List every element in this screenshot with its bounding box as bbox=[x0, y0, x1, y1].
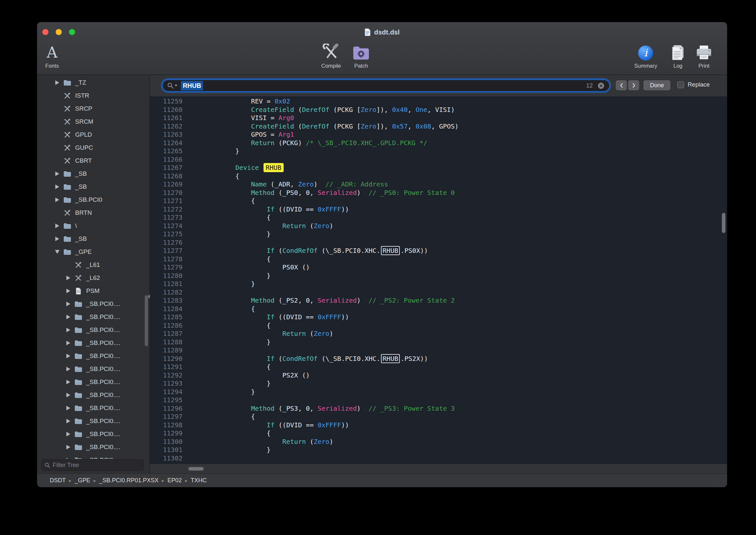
tree-item[interactable]: _SB.PCI0.... bbox=[37, 376, 149, 388]
tree-item[interactable]: PSM bbox=[37, 284, 149, 297]
print-button[interactable]: Print bbox=[695, 42, 713, 69]
minimize-window-button[interactable] bbox=[56, 29, 62, 35]
disclosure-triangle[interactable] bbox=[52, 182, 63, 192]
code-line: 11286 { bbox=[150, 322, 727, 330]
tree-item[interactable]: _L61 bbox=[37, 258, 149, 271]
replace-checkbox[interactable] bbox=[677, 81, 684, 88]
tree-item[interactable]: _SB.PCI0.... bbox=[37, 441, 149, 454]
tree-item[interactable]: \ bbox=[37, 219, 149, 232]
line-number: 11293 bbox=[150, 380, 182, 388]
tree-item[interactable]: _SB.PCI0.... bbox=[37, 402, 149, 415]
tree-item[interactable]: _SB bbox=[37, 180, 149, 193]
disclosure-triangle[interactable] bbox=[63, 429, 73, 439]
code-line: 11280 } bbox=[150, 272, 727, 280]
disclosure-triangle[interactable] bbox=[63, 325, 73, 335]
disclosure-triangle[interactable] bbox=[63, 286, 73, 296]
disclosure-triangle[interactable] bbox=[63, 377, 73, 387]
tree-item[interactable]: _SB.PCI0.... bbox=[37, 428, 149, 441]
statusbar: DSDT▸_GPE▸_SB.PCI0.RP01.PXSX▸EP02▸TXHC bbox=[37, 473, 727, 487]
disclosure-triangle[interactable] bbox=[63, 390, 73, 400]
compile-tools-icon bbox=[323, 42, 339, 61]
tree-item-label: _SB bbox=[75, 183, 87, 190]
breadcrumb-item[interactable]: TXHC bbox=[191, 477, 206, 484]
tree-item[interactable]: SRCP bbox=[37, 102, 149, 115]
tree-item[interactable]: _SB.PCI0.... bbox=[37, 388, 149, 402]
disclosure-triangle[interactable] bbox=[63, 416, 73, 426]
tree-item[interactable]: CBRT bbox=[37, 154, 149, 167]
disclosure-triangle[interactable] bbox=[52, 195, 63, 205]
line-number: 11277 bbox=[150, 247, 182, 255]
breadcrumb-item[interactable]: _SB.PCI0.RP01.PXSX bbox=[99, 477, 158, 484]
find-previous-button[interactable] bbox=[616, 80, 627, 91]
chevron-left-icon bbox=[620, 83, 623, 88]
code-line: 11294 } bbox=[150, 388, 727, 396]
disclosure-triangle[interactable] bbox=[63, 273, 73, 283]
navigation-tree: _TZ ISTR SRCP SRCM GPLD bbox=[37, 76, 149, 459]
disclosure-triangle[interactable] bbox=[63, 455, 73, 459]
disclosure-triangle[interactable] bbox=[63, 442, 73, 452]
tree-item-label: _SB.PCI0.... bbox=[86, 417, 121, 425]
patch-button[interactable]: Patch bbox=[352, 42, 370, 69]
compile-button[interactable]: Compile bbox=[321, 42, 341, 69]
tree-item[interactable]: SRCM bbox=[37, 115, 149, 128]
disclosure-triangle[interactable] bbox=[52, 169, 63, 179]
search-options-chevron-icon[interactable] bbox=[175, 85, 177, 87]
breadcrumb-item[interactable]: _GPE bbox=[75, 477, 91, 484]
tree-item[interactable]: GUPC bbox=[37, 141, 149, 154]
tree-item[interactable]: _SB.PCI0.... bbox=[37, 336, 149, 350]
line-number: 11285 bbox=[150, 313, 182, 322]
clear-search-button[interactable] bbox=[597, 82, 605, 90]
tree-item[interactable]: BRTN bbox=[37, 206, 149, 219]
code-editor[interactable]: 11259 REV = 0x0211260 CreateField (Deref… bbox=[150, 96, 727, 464]
line-number: 11273 bbox=[150, 213, 182, 222]
tree-item[interactable]: _GPE bbox=[37, 245, 149, 258]
log-button[interactable]: Log bbox=[670, 42, 686, 69]
disclosure-spacer bbox=[63, 260, 73, 270]
tree-item[interactable]: _SB.PCI0.... bbox=[37, 415, 149, 428]
disclosure-triangle[interactable] bbox=[52, 247, 63, 257]
tree-item[interactable]: _SB bbox=[37, 167, 149, 180]
tree-item[interactable]: _SB bbox=[37, 232, 149, 245]
tree-item[interactable]: _SB.PCI0 bbox=[37, 193, 149, 206]
disclosure-triangle[interactable] bbox=[63, 364, 73, 374]
filter-tree-input[interactable]: Filter Tree bbox=[41, 459, 144, 471]
code-line: 11293 } bbox=[150, 380, 727, 388]
disclosure-triangle[interactable] bbox=[63, 312, 73, 322]
method-icon bbox=[63, 92, 72, 99]
folder-icon bbox=[73, 444, 83, 451]
breadcrumb-item[interactable]: EP02 bbox=[168, 477, 182, 484]
code-horizontal-scrollbar[interactable] bbox=[188, 467, 203, 470]
tree-item-label: _SB.PCI0.... bbox=[86, 365, 121, 373]
disclosure-triangle[interactable] bbox=[52, 77, 63, 88]
folder-icon bbox=[73, 340, 83, 347]
tree-item[interactable]: _SB.PCI0.... bbox=[37, 297, 149, 310]
tree-item[interactable]: _L62 bbox=[37, 271, 149, 284]
disclosure-triangle[interactable] bbox=[63, 351, 73, 361]
done-button[interactable]: Done bbox=[643, 80, 670, 91]
tree-item-label: _SB.PCI0 bbox=[75, 196, 102, 203]
tree-item[interactable]: _SB.PCI0.... bbox=[37, 454, 149, 459]
fonts-button[interactable]: A Fonts bbox=[45, 42, 59, 69]
code-line: 11295 bbox=[150, 396, 727, 405]
summary-button[interactable]: i Summary bbox=[634, 42, 658, 69]
disclosure-triangle[interactable] bbox=[52, 234, 63, 244]
sidebar-scrollbar[interactable] bbox=[145, 295, 148, 346]
tree-item[interactable]: _SB.PCI0.... bbox=[37, 324, 149, 336]
tree-item[interactable]: _TZ bbox=[37, 76, 149, 89]
tree-item[interactable]: ISTR bbox=[37, 89, 149, 102]
find-input[interactable]: RHUB 12 bbox=[162, 79, 610, 92]
tree-item[interactable]: _SB.PCI0.... bbox=[37, 362, 149, 376]
disclosure-triangle[interactable] bbox=[63, 338, 73, 348]
disclosure-triangle[interactable] bbox=[63, 299, 73, 309]
disclosure-triangle[interactable] bbox=[52, 221, 63, 231]
tree-item[interactable]: GPLD bbox=[37, 128, 149, 141]
close-window-button[interactable] bbox=[42, 29, 48, 35]
method-icon bbox=[63, 144, 72, 151]
breadcrumb-item[interactable]: DSDT bbox=[50, 477, 66, 484]
zoom-window-button[interactable] bbox=[69, 29, 75, 35]
code-vertical-scrollbar[interactable] bbox=[722, 213, 725, 233]
tree-item[interactable]: _SB.PCI0.... bbox=[37, 310, 149, 324]
tree-item[interactable]: _SB.PCI0.... bbox=[37, 350, 149, 362]
find-next-button[interactable] bbox=[628, 80, 639, 91]
disclosure-triangle[interactable] bbox=[63, 403, 73, 413]
